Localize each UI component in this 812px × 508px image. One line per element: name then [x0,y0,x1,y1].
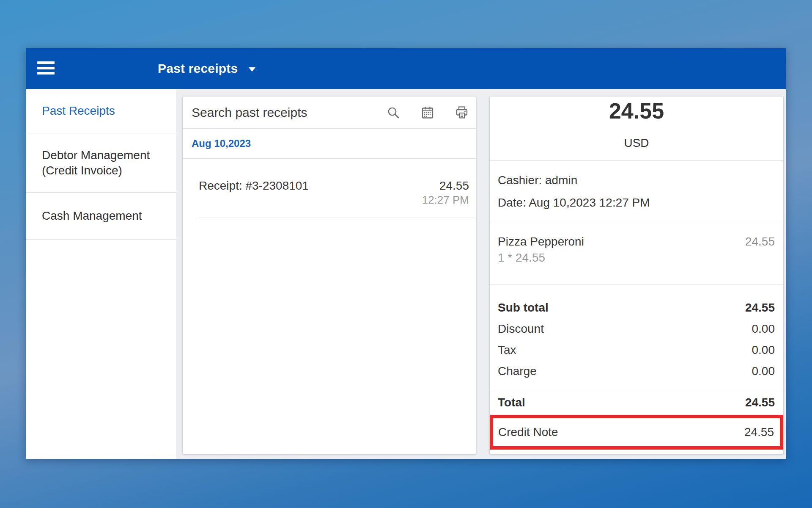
sidebar-item-cash-management[interactable]: Cash Management [26,193,176,240]
receipt-number: Receipt: #3-2308101 [199,180,309,192]
sidebar-item-label: Cash Management [42,208,142,224]
line-item-qty-price: 1 * 24.55 [498,252,775,264]
subtotal-row: Sub total 24.55 [498,302,775,314]
search-icon[interactable] [387,106,400,119]
receipt-info-section: Cashier: admin Date: Aug 10,2023 12:27 P… [490,161,783,222]
sidebar-item-label: Past Receipts [42,103,115,119]
search-input[interactable]: Search past receipts [183,97,476,129]
cashier-line: Cashier: admin [498,174,775,186]
calendar-icon[interactable] [421,106,434,119]
content-area: Search past receipts [176,89,786,459]
currency-label: USD [490,137,783,149]
discount-value: 0.00 [752,323,775,335]
receipt-items-section: Pizza Pepperoni 24.55 1 * 24.55 [490,222,783,285]
charge-row: Charge 0.00 [498,365,775,377]
charge-label: Charge [498,365,537,377]
sidebar-item-debtor-management[interactable]: Debtor Management (Credit Invoice) [26,133,176,193]
subtotal-value: 24.55 [745,302,775,314]
tax-value: 0.00 [752,344,775,356]
total-label: Total [498,396,525,409]
search-toolbar [387,106,469,119]
subtotal-label: Sub total [498,302,549,314]
credit-note-value: 24.55 [744,425,774,439]
date-group-label: Aug 10,2023 [192,138,251,149]
sidebar-item-label: Debtor Management (Credit Invoice) [42,148,165,178]
receipt-time: 12:27 PM [422,194,469,205]
sidebar-item-past-receipts[interactable]: Past Receipts [26,89,176,133]
line-item-amount: 24.55 [745,236,775,248]
hamburger-menu-icon[interactable] [37,61,55,75]
discount-row: Discount 0.00 [498,323,775,335]
app-header-bar: Past receipts [26,48,786,89]
tax-label: Tax [498,344,516,356]
date-line: Date: Aug 10,2023 12:27 PM [498,197,775,209]
line-item: Pizza Pepperoni 24.55 [498,236,775,248]
search-placeholder: Search past receipts [192,105,387,120]
receipt-list-item[interactable]: Receipt: #3-2308101 24.55 12:27 PM [183,159,476,218]
total-row: Total 24.55 [490,390,783,415]
chevron-down-icon [249,67,255,72]
print-icon[interactable] [455,106,469,119]
pos-app-window: Past receipts Past Receipts Debtor Manag… [26,48,786,459]
total-value: 24.55 [745,396,775,409]
receipt-detail-panel: 24.55 USD Cashier: admin Date: Aug 10,20… [490,97,783,454]
receipt-amount-header: 24.55 USD [490,97,783,161]
receipts-list-panel: Search past receipts [183,97,476,454]
line-item-name: Pizza Pepperoni [498,236,584,248]
receipt-total-amount: 24.55 [490,99,783,123]
page-title-dropdown[interactable]: Past receipts [158,48,255,89]
desktop-background: Past receipts Past Receipts Debtor Manag… [0,0,812,508]
credit-note-label: Credit Note [498,425,558,439]
sidebar: Past Receipts Debtor Management (Credit … [26,89,176,459]
tax-row: Tax 0.00 [498,344,775,356]
receipt-amount: 24.55 [439,180,469,192]
charge-value: 0.00 [752,365,775,377]
receipt-summary-section: Sub total 24.55 Discount 0.00 Tax 0.00 [490,285,783,390]
receipt-date-group-header: Aug 10,2023 [183,129,476,159]
page-title: Past receipts [158,61,238,76]
discount-label: Discount [498,323,544,335]
credit-note-row-highlighted: Credit Note 24.55 [490,415,783,450]
